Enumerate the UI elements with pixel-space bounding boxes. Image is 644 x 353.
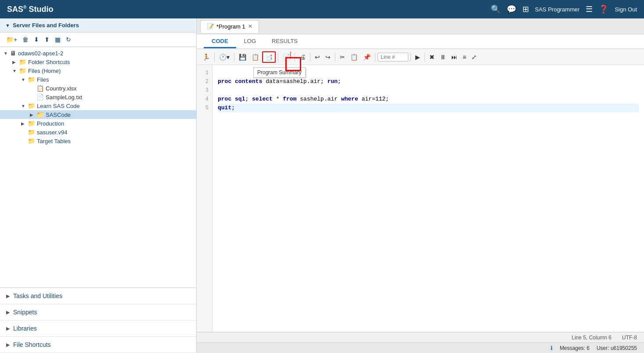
tree-item-samplelog[interactable]: ▶ 📄 SampleLog.txt xyxy=(0,93,196,101)
tree-label: Learn SAS Code xyxy=(37,103,80,109)
toolbar-separator xyxy=(295,53,295,61)
tree-item-root[interactable]: ▼ 🖥 odaws02-apse1-2 xyxy=(0,49,196,58)
tasks-label: Tasks and Utilities xyxy=(13,292,62,299)
server-icon: 🖥 xyxy=(10,50,16,57)
tree-label: SampleLog.txt xyxy=(46,94,82,101)
print-button[interactable]: 🖨 xyxy=(297,52,308,62)
log-tab-label: LOG xyxy=(244,38,256,44)
tab-label: *Program 1 xyxy=(216,23,245,30)
expand-arrow: ▶ xyxy=(6,293,10,299)
libraries-label: Libraries xyxy=(13,325,37,332)
tree-item-country[interactable]: ▶ 📋 Country.xlsx xyxy=(0,84,196,93)
tree-label: Folder Shortcuts xyxy=(28,59,70,65)
tree-item-files-home[interactable]: ▼ 📁 Files (Home) xyxy=(0,66,196,75)
history-button[interactable]: 🕐▾ xyxy=(217,52,232,62)
tree-item-folder-shortcuts[interactable]: ▶ 📁 Folder Shortcuts xyxy=(0,58,196,66)
tab-results[interactable]: RESULTS xyxy=(264,35,306,48)
tree-item-learn-sas[interactable]: ▼ 📁 Learn SAS Code xyxy=(0,101,196,110)
download-button[interactable]: ⬇ xyxy=(32,35,41,44)
table-button[interactable]: ▦ xyxy=(53,35,62,44)
encoding: UTF-8 xyxy=(622,335,637,341)
tree-item-target-tables[interactable]: ▶ 📁 Target Tables xyxy=(0,137,196,145)
program-summary-button[interactable]: 📑 xyxy=(262,51,276,63)
folder-icon: 📁 xyxy=(28,102,35,109)
toolbar-separator xyxy=(234,53,234,61)
paste-button[interactable]: 📌 xyxy=(361,52,373,62)
save-button[interactable]: 💾 xyxy=(237,52,248,62)
tree-item-files[interactable]: ▼ 📁 Files xyxy=(0,75,196,84)
history-icon[interactable]: 💬 xyxy=(507,4,516,14)
code-editor[interactable]: 1 2 3 4 5 proc contents data=sashelp.air… xyxy=(197,65,644,332)
refresh-button[interactable]: ↻ xyxy=(64,35,73,44)
program-summary-tooltip: Program Summary xyxy=(253,67,306,78)
help-icon[interactable]: ❓ xyxy=(599,4,608,14)
code-line-4: proc sql; select * from sashelp.air wher… xyxy=(218,95,639,104)
tree-label: odaws02-apse1-2 xyxy=(18,50,63,57)
main-layout: ▼ Server Files and Folders 📁+ 🗑 ⬇ ⬆ ▦ ↻ … xyxy=(0,18,644,353)
line-num-1: 1 xyxy=(197,68,212,77)
libraries-section[interactable]: ▶ Libraries xyxy=(0,321,196,337)
expand-button[interactable]: ⤢ xyxy=(469,52,479,62)
app-subtitle: Studio xyxy=(29,5,53,14)
tree-label: Target Tables xyxy=(37,138,71,144)
breakpoints-button[interactable]: ⏸ xyxy=(438,52,448,62)
info-icon: ℹ xyxy=(550,345,553,351)
tree-item-sasuser[interactable]: ▶ 📁 sasuser.v94 xyxy=(0,128,196,137)
line-num-4: 4 xyxy=(197,95,212,104)
step-into-button[interactable]: ⏭ xyxy=(449,52,460,62)
execute-button[interactable]: ▶ xyxy=(413,52,422,62)
expand-arrow: ▶ xyxy=(6,326,10,331)
left-toolbar: 📁+ 🗑 ⬇ ⬆ ▦ ↻ xyxy=(0,32,196,47)
tab-close-button[interactable]: ✕ xyxy=(248,23,252,29)
tab-code[interactable]: CODE xyxy=(204,35,236,48)
code-line-3 xyxy=(218,86,639,95)
tree-item-production[interactable]: ▶ 📁 Production xyxy=(0,119,196,128)
bottom-sections: ▶ Tasks and Utilities ▶ Snippets ▶ Libra… xyxy=(0,288,196,353)
tree-label: sasuser.v94 xyxy=(37,129,67,136)
program1-tab[interactable]: 📝 *Program 1 ✕ xyxy=(200,20,259,33)
tab-icon: 📝 xyxy=(207,23,214,30)
toolbar-separator xyxy=(214,53,215,61)
code-tab-label: CODE xyxy=(212,38,228,44)
tasks-and-utilities-section[interactable]: ▶ Tasks and Utilities xyxy=(0,288,196,304)
panel-collapse-arrow[interactable]: ▼ xyxy=(5,23,10,28)
folder-icon: 📁 xyxy=(19,58,26,65)
app-name: SAS xyxy=(7,5,23,14)
new-tab-button[interactable]: 📄 xyxy=(281,52,292,62)
right-panel: 📝 *Program 1 ✕ CODE LOG RESULTS 🏃 xyxy=(197,18,644,353)
upload-button[interactable]: ⬆ xyxy=(43,35,51,44)
tree-arrow: ▶ xyxy=(21,121,26,126)
xlsx-icon: 📋 xyxy=(36,85,44,92)
grid-icon[interactable]: ⊞ xyxy=(522,4,529,14)
undo-button[interactable]: ↩ xyxy=(313,52,322,62)
new-button[interactable]: 📁+ xyxy=(4,35,19,44)
file-shortcuts-section[interactable]: ▶ File Shortcuts xyxy=(0,337,196,353)
copy-button[interactable]: 📋 xyxy=(348,52,360,62)
tree-label: Production xyxy=(37,120,64,127)
tab-log[interactable]: LOG xyxy=(236,35,264,48)
format-button[interactable]: ≡ xyxy=(461,52,468,62)
debug-button[interactable]: ✖ xyxy=(427,52,437,62)
line-numbers: 1 2 3 4 5 xyxy=(197,65,212,332)
redo-button[interactable]: ↪ xyxy=(323,52,333,62)
snippets-section[interactable]: ▶ Snippets xyxy=(0,304,196,321)
code-line-2: proc contents data=sashelp.air; run; xyxy=(218,77,639,86)
delete-button[interactable]: 🗑 xyxy=(21,35,30,44)
cut-button[interactable]: ✂ xyxy=(338,52,347,62)
folder-icon: 📁 xyxy=(36,111,44,118)
messages-count: Messages: 6 xyxy=(560,345,590,351)
user-menu[interactable]: SAS Programmer xyxy=(535,6,580,13)
line-number-input[interactable] xyxy=(378,53,408,61)
txt-icon: 📄 xyxy=(36,94,44,101)
preferences-icon[interactable]: ☰ xyxy=(586,4,593,14)
tree-item-sascode[interactable]: ▶ 📁 SASCode xyxy=(0,110,196,119)
search-icon[interactable]: 🔍 xyxy=(491,4,500,14)
run-program-button[interactable]: 🏃 xyxy=(200,52,212,62)
code-content[interactable]: proc contents data=sashelp.air; run; pro… xyxy=(212,65,644,332)
save-as-button[interactable]: 📋 xyxy=(249,52,261,62)
left-panel: ▼ Server Files and Folders 📁+ 🗑 ⬇ ⬆ ▦ ↻ … xyxy=(0,18,197,353)
folder-icon: 📁 xyxy=(28,76,35,83)
left-panel-header: ▼ Server Files and Folders xyxy=(0,18,196,32)
bottom-status-bar: ℹ Messages: 6 User: u61950255 xyxy=(197,342,644,353)
sign-out-button[interactable]: Sign Out xyxy=(615,6,637,13)
